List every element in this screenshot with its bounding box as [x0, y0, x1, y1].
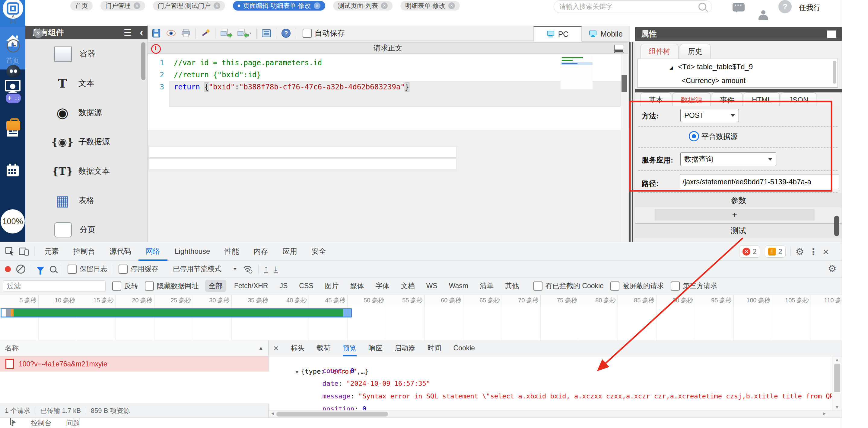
- network-settings-gear-icon[interactable]: ⚙: [828, 264, 837, 273]
- help-icon[interactable]: ?: [281, 28, 291, 38]
- sort-asc-icon[interactable]: ▲: [258, 345, 264, 351]
- close-devtools-icon[interactable]: ×: [823, 246, 829, 258]
- preserve-log-checkbox[interactable]: [68, 265, 76, 274]
- expand-panel-icon[interactable]: ▸: [0, 418, 26, 426]
- close-tab-icon[interactable]: ×: [134, 2, 140, 9]
- avatar[interactable]: ?: [778, 0, 792, 13]
- tree-node-currency[interactable]: <Currency> amount: [682, 77, 745, 85]
- service-app-select[interactable]: 数据查询: [680, 152, 776, 166]
- component-item[interactable]: {◉} 子数据源: [25, 127, 148, 156]
- method-select[interactable]: POST: [680, 109, 739, 122]
- detail-tab[interactable]: 时间: [428, 340, 441, 356]
- page-tab[interactable]: 门户管理 ×: [100, 1, 145, 10]
- wizard-wand-icon[interactable]: [200, 28, 210, 38]
- platform-datasource-radio[interactable]: [689, 131, 699, 141]
- params-section-header[interactable]: 参数: [635, 193, 842, 207]
- close-tab-icon[interactable]: ×: [448, 2, 455, 9]
- resource-type-chip[interactable]: 媒体: [347, 280, 368, 292]
- devtools-tab[interactable]: 性能: [217, 242, 246, 261]
- games-gamepad-icon[interactable]: [0, 94, 26, 103]
- device-tab[interactable]: PC: [533, 26, 582, 42]
- messages-icon[interactable]: [733, 3, 745, 11]
- property-tab[interactable]: 事件: [712, 92, 743, 107]
- close-tab-icon[interactable]: ×: [314, 2, 320, 9]
- history-clock-icon[interactable]: [0, 39, 26, 53]
- component-item[interactable]: {T} 数据文本: [25, 156, 148, 186]
- filter-funnel-icon[interactable]: [36, 267, 44, 272]
- code-scrollbar[interactable]: [621, 54, 627, 241]
- devtools-tab[interactable]: Lighthouse: [167, 242, 217, 261]
- property-tab[interactable]: 数据源: [673, 92, 711, 107]
- resource-type-chip[interactable]: 清单: [476, 280, 497, 292]
- devtools-tab[interactable]: 网络: [138, 242, 167, 261]
- collapse-panel-icon[interactable]: ‹: [140, 28, 143, 37]
- request-table-header[interactable]: 名称 ▲: [0, 340, 269, 356]
- component-item[interactable]: 分页: [25, 215, 148, 241]
- print-icon[interactable]: [181, 29, 191, 38]
- preview-eye-icon[interactable]: [166, 29, 176, 38]
- drawer-tab-issues[interactable]: 问题: [66, 418, 80, 428]
- close-tab-icon[interactable]: ×: [381, 2, 388, 9]
- code-editor[interactable]: 1 2 3 //var id = this.page.parameters.id…: [148, 54, 628, 130]
- throttling-select[interactable]: 已停用节流模式: [173, 264, 237, 274]
- tree-node-td[interactable]: <Td> table_table$Td_9: [678, 62, 753, 71]
- user-icon[interactable]: [758, 10, 769, 21]
- third-party-checkbox[interactable]: [671, 282, 680, 291]
- username[interactable]: 任我行: [799, 3, 820, 12]
- device-toolbar-icon[interactable]: [19, 247, 29, 256]
- request-row[interactable]: 100?v=-4a1e76a&m21mxyie: [0, 356, 269, 372]
- zoom-level-badge[interactable]: 100%: [1, 209, 25, 233]
- name-column-header[interactable]: 名称: [5, 343, 19, 353]
- inspect-element-icon[interactable]: [5, 247, 14, 256]
- resource-type-chip[interactable]: 文档: [397, 280, 418, 292]
- page-tab[interactable]: 首页: [70, 1, 93, 10]
- blocked-cookies-checkbox[interactable]: [533, 282, 542, 291]
- clear-network-icon[interactable]: [16, 265, 25, 274]
- device-tab[interactable]: Mobile: [582, 26, 630, 42]
- page-tab[interactable]: 门户管理-测试门户 ×: [153, 1, 225, 10]
- network-conditions-icon[interactable]: [243, 265, 253, 274]
- code-minimap[interactable]: [561, 56, 593, 89]
- resource-type-chip[interactable]: 图片: [321, 280, 342, 292]
- properties-scrollbar[interactable]: [834, 216, 839, 236]
- test-section-header[interactable]: 测试: [635, 224, 842, 238]
- detail-tab[interactable]: 预览: [343, 340, 356, 356]
- detail-tab[interactable]: 标头: [291, 340, 305, 356]
- favorites-star-icon[interactable]: ☆: [0, 11, 26, 27]
- filter-input[interactable]: 过滤: [3, 280, 105, 292]
- resource-type-chip[interactable]: Wasm: [445, 280, 472, 291]
- page-tab[interactable]: 明细表单-修改 ×: [400, 1, 460, 10]
- response-preview[interactable]: ▼{type: "error",…} count: 0 date: "2024-…: [269, 356, 832, 410]
- resource-type-chip[interactable]: JS: [276, 280, 291, 291]
- add-param-button[interactable]: +: [655, 209, 815, 221]
- tree-tab[interactable]: 历史: [680, 44, 711, 59]
- panel-window-icon[interactable]: [614, 45, 624, 53]
- devtools-tab[interactable]: 安全: [304, 242, 333, 261]
- devtools-tab[interactable]: 元素: [37, 242, 66, 261]
- record-network-icon[interactable]: [5, 266, 11, 272]
- toolbox-briefcase-icon[interactable]: [0, 121, 26, 131]
- close-detail-icon[interactable]: ×: [273, 343, 279, 353]
- tree-scrollbar[interactable]: [833, 61, 836, 84]
- devtools-tab[interactable]: 控制台: [66, 242, 102, 261]
- warning-badge[interactable]: ! 2: [765, 246, 786, 258]
- devtools-tab[interactable]: 源代码: [102, 242, 138, 261]
- import-page-icon[interactable]: [220, 28, 232, 38]
- import-har-icon[interactable]: ↑: [264, 265, 268, 273]
- resource-type-chip[interactable]: Fetch/XHR: [230, 280, 272, 291]
- detail-tab[interactable]: Cookie: [454, 340, 475, 356]
- search-network-icon[interactable]: [50, 266, 56, 273]
- resource-type-chip[interactable]: CSS: [296, 280, 317, 291]
- devtools-tab[interactable]: 应用: [275, 242, 304, 261]
- page-tab[interactable]: 测试页面-列表 ×: [333, 1, 393, 10]
- kebab-menu-icon[interactable]: ⋮: [809, 247, 818, 257]
- preview-horizontal-scrollbar[interactable]: ◄ ►: [269, 410, 842, 418]
- panel-splitter[interactable]: [628, 42, 635, 241]
- detail-tab[interactable]: 载荷: [317, 340, 331, 356]
- property-tab[interactable]: JSON: [781, 92, 816, 107]
- resource-type-chip[interactable]: WS: [423, 280, 441, 291]
- close-home-icon[interactable]: ×: [34, 29, 43, 38]
- tree-tab[interactable]: 组件树: [641, 44, 679, 59]
- settings-gear-icon[interactable]: ⚙: [796, 247, 804, 256]
- disable-cache-checkbox[interactable]: [119, 265, 128, 274]
